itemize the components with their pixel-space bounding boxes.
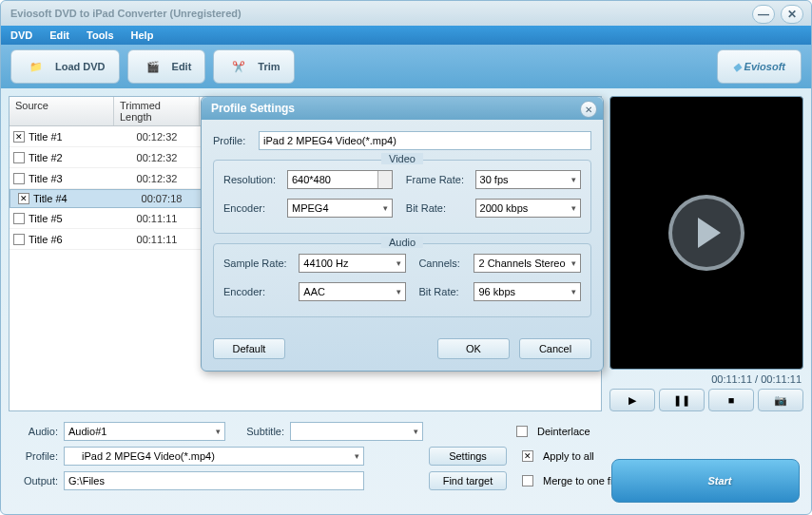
col-length[interactable]: Trimmed Length [114,97,200,125]
window-title: Eviosoft DVD to iPad Converter (Unregist… [10,8,242,19]
row-length: 00:11:11 [114,213,200,224]
play-overlay-icon[interactable] [668,195,744,271]
row-length: 00:07:18 [119,193,204,204]
row-length: 00:12:32 [114,152,200,163]
deinterlace-checkbox[interactable] [516,426,528,437]
profile-select[interactable]: iPad 2 MPEG4 Video(*.mp4) [64,447,364,466]
channels-select[interactable]: 2 Channels Stereo [474,254,581,273]
stop-button[interactable]: ■ [708,389,754,411]
default-button[interactable]: Default [213,338,285,359]
brand-text: Eviosoft [744,61,785,72]
merge-label: Merge to one file [543,475,621,486]
row-title: Title #2 [29,152,63,163]
menu-help[interactable]: Help [131,29,154,41]
cancel-button[interactable]: Cancel [519,338,591,359]
output-label: Output: [10,475,58,486]
logo-icon: ◆ [733,61,741,73]
framerate-select[interactable]: 30 fps [475,170,581,189]
resolution-label: Resolution: [223,174,287,185]
deinterlace-label: Deinterlace [537,426,590,437]
camera-icon: 📷 [774,394,787,407]
load-dvd-button[interactable]: 📁 Load DVD [10,49,120,84]
apply-all-checkbox[interactable]: ✕ [522,450,533,462]
output-field[interactable]: G:\Files [64,471,364,490]
menu-edit[interactable]: Edit [49,29,69,41]
ok-button[interactable]: OK [437,338,510,359]
channels-label: Cannels: [418,258,474,269]
folder-icon: 📁 [25,55,48,78]
dialog-title: Profile Settings [202,97,603,120]
scissors-icon: ✂️ [227,55,250,78]
row-checkbox[interactable]: ✕ [13,131,25,143]
brand-logo: ◆ Eviosoft [717,49,802,84]
start-button[interactable]: Start [611,459,800,503]
dlg-profile-label: Profile: [213,135,253,146]
subtitle-select[interactable] [290,422,423,441]
row-checkbox[interactable] [13,234,25,245]
row-title: Title #1 [29,131,63,143]
edit-label: Edit [172,61,192,72]
menu-tools[interactable]: Tools [87,29,114,41]
titlebar: Eviosoft DVD to iPad Converter (Unregist… [1,1,811,26]
toolbar: 📁 Load DVD 🎬 Edit ✂️ Trim ◆ Eviosoft [1,45,811,88]
edit-button[interactable]: 🎬 Edit [127,49,206,84]
aenc-label: Encoder: [223,286,299,297]
row-checkbox[interactable] [13,213,25,224]
row-length: 00:12:32 [114,173,200,184]
pause-button[interactable]: ❚❚ [659,389,705,411]
venc-select[interactable]: MPEG4 [287,199,393,218]
aenc-select[interactable]: AAC [299,282,406,301]
row-length: 00:11:11 [114,234,200,245]
audio-fieldset: Audio Sample Rate: 44100 Hz Cannels: 2 C… [213,243,591,317]
find-target-button[interactable]: Find target [429,471,507,490]
play-button[interactable]: ▶ [609,389,655,411]
row-length: 00:12:32 [114,131,200,143]
close-button[interactable]: ✕ [781,5,803,24]
apply-all-label: Apply to all [543,450,594,462]
merge-checkbox[interactable] [522,475,533,486]
load-dvd-label: Load DVD [55,61,106,72]
trim-button[interactable]: ✂️ Trim [213,49,294,84]
col-source[interactable]: Source [10,97,114,125]
samplerate-select[interactable]: 44100 Hz [299,254,406,273]
samplerate-label: Sample Rate: [223,258,299,269]
row-title: Title #5 [29,213,63,224]
audio-select[interactable]: Audio#1 [64,422,225,441]
clapper-icon: 🎬 [142,55,164,78]
vbitrate-select[interactable]: 2000 kbps [475,199,581,218]
settings-button[interactable]: Settings [429,447,507,466]
menubar: DVD Edit Tools Help [1,26,811,45]
time-display: 00:11:11 / 00:11:11 [609,370,803,389]
playback-controls: ▶ ❚❚ ■ 📷 [609,389,803,411]
subtitle-label: Subtitle: [231,426,284,437]
vbitrate-label: Bit Rate: [406,202,475,214]
row-title: Title #6 [29,234,63,245]
trim-label: Trim [258,61,280,72]
resolution-select[interactable]: 640*480 [287,170,393,189]
video-legend: Video [381,153,423,164]
audio-legend: Audio [381,237,423,248]
row-checkbox[interactable] [13,173,25,184]
row-title: Title #4 [33,193,68,204]
row-title: Title #3 [29,173,63,184]
abitrate-label: Bit Rate: [418,286,474,297]
minimize-button[interactable]: — [752,5,775,24]
framerate-label: Frame Rate: [406,174,475,185]
video-fieldset: Video Resolution: 640*480 Frame Rate: 30… [213,160,591,234]
venc-label: Encoder: [223,202,287,214]
profile-label: Profile: [10,450,58,462]
profile-settings-dialog: Profile Settings ✕ Profile: iPad 2 MPEG4… [201,96,604,372]
audio-label: Audio: [10,426,58,437]
row-checkbox[interactable]: ✕ [18,193,29,204]
menu-dvd[interactable]: DVD [10,29,32,41]
abitrate-select[interactable]: 96 kbps [474,282,581,301]
main-window: Eviosoft DVD to iPad Converter (Unregist… [0,0,812,515]
dlg-profile-field[interactable]: iPad 2 MPEG4 Video(*.mp4) [259,131,591,150]
snapshot-button[interactable]: 📷 [758,389,803,411]
dialog-close-button[interactable]: ✕ [580,101,597,118]
row-checkbox[interactable] [13,152,25,163]
preview-pane[interactable] [609,96,803,370]
